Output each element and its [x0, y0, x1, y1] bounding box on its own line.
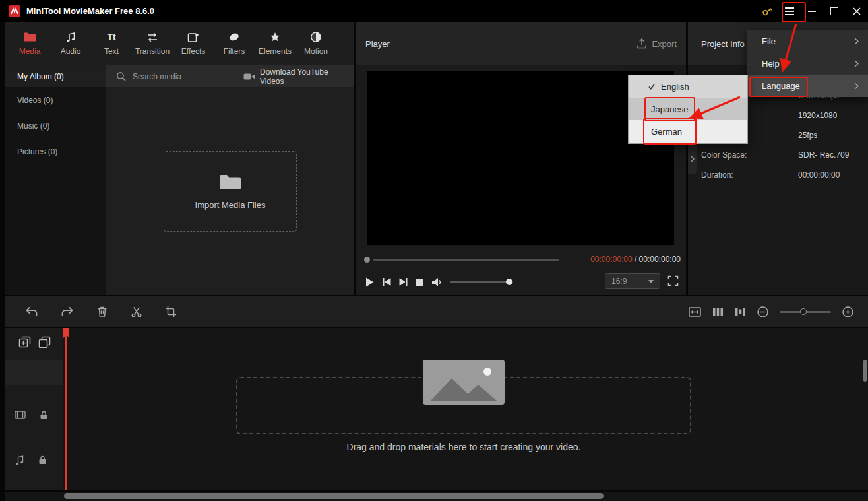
menu-item-help[interactable]: Help: [747, 52, 868, 75]
zoom-fit-icon[interactable]: [689, 306, 701, 317]
duplicate-track-icon[interactable]: [38, 336, 51, 348]
project-info-title: Project Info: [701, 39, 745, 49]
seek-bar: 00:00:00:00 / 00:00:00:00: [364, 254, 681, 265]
tab-filters[interactable]: Filters: [214, 31, 255, 56]
media-search-bar: Download YouTube Videos: [106, 65, 354, 87]
next-frame-button[interactable]: [399, 277, 408, 286]
chevron-right-icon: [854, 60, 859, 67]
search-input[interactable]: [131, 71, 233, 82]
search-icon: [116, 71, 126, 81]
stop-button[interactable]: [416, 279, 423, 286]
resolution-value: 1920x1080: [798, 111, 837, 120]
timeline: Drag and drop materials here to start cr…: [5, 328, 868, 490]
video-track-icon: [15, 410, 26, 420]
timeline-drop-hint: Drag and drop materials here to start cr…: [236, 442, 691, 452]
undo-icon[interactable]: [25, 306, 38, 317]
timeline-toolbar: [5, 296, 868, 327]
time-display: 00:00:00:00 / 00:00:00:00: [590, 255, 681, 264]
sidebar-item-my-album[interactable]: My Album (0): [5, 65, 106, 87]
zoom-out-icon[interactable]: [757, 306, 768, 317]
timeline-vertical-scrollbar[interactable]: [863, 360, 867, 382]
playhead[interactable]: [65, 328, 67, 490]
color-space-label: Color Space:: [701, 150, 747, 160]
tab-label: Text: [104, 47, 119, 56]
language-option-japanese[interactable]: Japanese: [629, 98, 747, 120]
tab-elements[interactable]: Elements: [255, 31, 295, 56]
language-option-english[interactable]: English: [629, 75, 747, 98]
delete-icon[interactable]: [96, 306, 108, 317]
crop-icon[interactable]: [165, 306, 177, 317]
import-media-dropzone[interactable]: Import Media Files: [164, 151, 297, 232]
music-note-icon: [65, 31, 76, 43]
zoom-thumb[interactable]: [800, 308, 807, 315]
tab-label: Transition: [135, 47, 170, 56]
timeline-zoom-slider[interactable]: [780, 311, 831, 313]
player-header: Player Export: [356, 22, 686, 65]
lock-icon[interactable]: [38, 455, 47, 465]
language-option-german[interactable]: German: [629, 120, 747, 143]
snap-icon[interactable]: [712, 306, 724, 317]
download-youtube-link[interactable]: Download YouTube Videos: [233, 67, 344, 86]
volume-icon[interactable]: [431, 277, 442, 287]
title-bar: MiniTool MovieMaker Free 8.6.0: [0, 0, 868, 22]
tab-label: Elements: [259, 47, 292, 56]
window-title: MiniTool MovieMaker Free 8.6.0: [26, 6, 154, 16]
hamburger-menu-icon[interactable]: [778, 0, 801, 22]
tab-label: Media: [19, 47, 41, 56]
aspect-ratio-value: 16:9: [611, 277, 627, 286]
menu-label: Language: [762, 81, 800, 91]
audio-track-header: [5, 448, 63, 472]
menu-item-file[interactable]: File: [747, 30, 868, 52]
split-scissors-icon[interactable]: [131, 306, 142, 317]
maximize-button[interactable]: [823, 0, 846, 22]
tab-motion[interactable]: Motion: [295, 31, 336, 56]
effects-icon: [187, 31, 199, 43]
previous-frame-button[interactable]: [382, 277, 391, 286]
seek-track[interactable]: [373, 259, 559, 261]
tab-transition[interactable]: Transition: [132, 31, 173, 56]
image-placeholder-icon: [423, 360, 505, 405]
media-sidebar: My Album (0) Videos (0) Music (0) Pictur…: [5, 65, 106, 295]
menu-label: Help: [762, 59, 780, 69]
lock-icon[interactable]: [39, 410, 49, 420]
tab-label: Effects: [181, 47, 205, 56]
horizontal-scrollbar-thumb[interactable]: [64, 493, 604, 499]
zoom-in-icon[interactable]: [842, 306, 853, 317]
add-track-icon[interactable]: [18, 336, 31, 348]
close-button[interactable]: [846, 0, 868, 22]
tab-text[interactable]: Tt Text: [91, 31, 132, 56]
track-header-band: [5, 360, 63, 385]
export-button[interactable]: Export: [636, 38, 677, 49]
video-camera-icon: [243, 72, 255, 81]
play-button[interactable]: [365, 277, 374, 287]
minimize-button[interactable]: [801, 0, 823, 22]
sidebar-item-videos[interactable]: Videos (0): [5, 87, 106, 113]
tab-audio[interactable]: Audio: [50, 31, 91, 56]
duration-label: Duration:: [701, 170, 733, 180]
redo-icon[interactable]: [61, 306, 74, 317]
volume-slider[interactable]: [450, 281, 513, 283]
tab-media[interactable]: Media: [9, 31, 50, 56]
export-icon: [636, 38, 647, 49]
chevron-right-icon: [854, 38, 859, 45]
tab-label: Audio: [61, 47, 81, 56]
track-height-icon[interactable]: [735, 306, 746, 317]
app-menu-dropdown: File Help Language: [747, 30, 868, 97]
track-add-buttons: [5, 336, 63, 348]
transition-arrows-icon: [146, 31, 159, 43]
player-panel: Player Export 00:00:00:00 / 00:00:00:00: [356, 22, 686, 295]
video-track-header: [5, 403, 63, 427]
horizontal-scrollbar-track[interactable]: [5, 492, 868, 501]
aspect-ratio-select[interactable]: 16:9: [605, 273, 660, 289]
menu-item-language[interactable]: Language: [747, 75, 868, 97]
fullscreen-icon[interactable]: [667, 275, 679, 286]
tab-effects[interactable]: Effects: [173, 31, 214, 56]
seek-handle[interactable]: [364, 257, 370, 263]
volume-thumb[interactable]: [506, 279, 512, 285]
audio-track-icon: [15, 455, 24, 465]
color-space-value: SDR- Rec.709: [798, 150, 849, 160]
timeline-view-tools: [689, 306, 853, 317]
sidebar-item-music[interactable]: Music (0): [5, 113, 106, 139]
sidebar-item-pictures[interactable]: Pictures (0): [5, 139, 106, 164]
panel-collapse-handle[interactable]: [688, 145, 697, 174]
